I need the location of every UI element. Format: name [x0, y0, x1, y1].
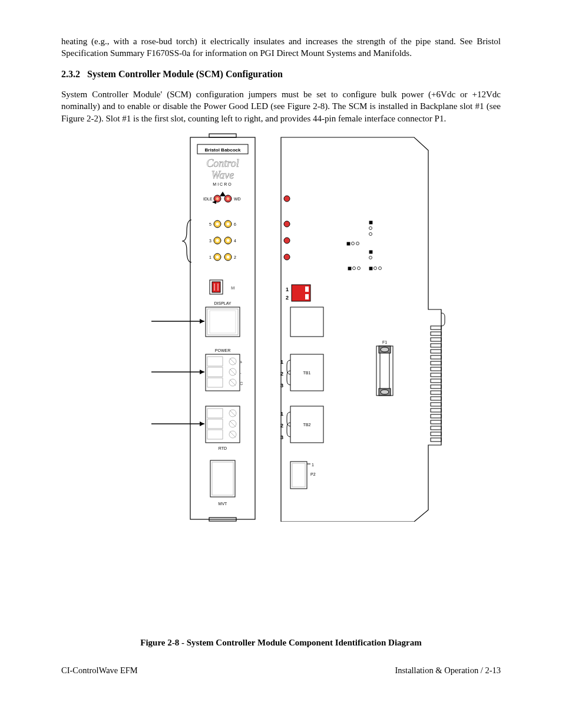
svg-point-82 — [284, 238, 290, 243]
svg-rect-27 — [207, 309, 238, 335]
pcb-group: 1 2 F1 1 2 3 TB1 1 2 — [280, 137, 445, 522]
svg-rect-111 — [290, 462, 307, 489]
power-label: POWER — [215, 348, 230, 353]
svg-rect-1 — [209, 134, 236, 137]
tb1-pin1: 1 — [280, 359, 283, 365]
svg-rect-78 — [431, 432, 441, 436]
intro-paragraph: heating (e.g., with a rose-bud torch) it… — [61, 35, 501, 60]
svg-point-89 — [356, 242, 359, 245]
tb1-pin2: 2 — [280, 371, 283, 377]
led1-label: 1 — [209, 255, 211, 259]
mvt-label: MVT — [219, 502, 228, 506]
svg-marker-57 — [200, 421, 204, 426]
svg-rect-87 — [347, 242, 350, 245]
svg-point-94 — [358, 266, 361, 269]
svg-point-15 — [216, 239, 219, 242]
svg-point-17 — [227, 239, 230, 242]
status-leds: 5 6 3 4 1 2 — [209, 220, 236, 261]
svg-rect-75 — [431, 414, 441, 418]
figure-container: Bristol Babcock Control Wave MICRO IDLE … — [61, 133, 501, 525]
svg-rect-64 — [431, 350, 441, 353]
svg-rect-58 — [210, 460, 235, 497]
m-label: M — [231, 285, 235, 291]
svg-rect-112 — [292, 463, 305, 487]
svg-point-88 — [352, 242, 355, 245]
svg-line-38 — [230, 369, 236, 375]
jumper-2: 2 — [286, 295, 289, 301]
svg-rect-60 — [431, 326, 441, 330]
scm-diagram: Bristol Babcock Control Wave MICRO IDLE … — [116, 133, 446, 522]
svg-line-52 — [230, 421, 236, 427]
svg-rect-70 — [431, 385, 441, 388]
svg-rect-59 — [212, 462, 233, 495]
tb1-label: TB1 — [303, 371, 311, 375]
led3-label: 3 — [209, 239, 211, 243]
footer-right: Installation & Operation / 2-13 — [395, 665, 501, 677]
svg-point-19 — [216, 255, 219, 258]
svg-marker-30 — [200, 319, 204, 324]
svg-point-85 — [369, 226, 372, 229]
svg-rect-73 — [431, 403, 441, 406]
jumper-1: 1 — [286, 286, 289, 292]
brand-text: Bristol Babcock — [205, 147, 241, 153]
svg-rect-68 — [431, 373, 441, 377]
svg-point-83 — [284, 254, 290, 260]
svg-rect-100 — [305, 294, 309, 299]
svg-point-13 — [227, 222, 230, 225]
svg-point-21 — [227, 255, 230, 258]
svg-rect-66 — [431, 361, 441, 365]
svg-rect-72 — [431, 397, 441, 400]
svg-rect-23 — [212, 282, 220, 292]
tb2-pin3: 3 — [280, 434, 283, 440]
svg-text:-: - — [240, 371, 242, 375]
svg-point-86 — [369, 232, 372, 235]
svg-rect-53 — [207, 430, 223, 439]
wd-label: WD — [234, 197, 241, 201]
svg-rect-50 — [207, 419, 223, 429]
svg-rect-61 — [431, 332, 441, 335]
body-paragraph: System Controller Module' (SCM) configur… — [61, 88, 501, 124]
svg-rect-32 — [207, 357, 223, 366]
svg-point-5 — [216, 197, 219, 200]
svg-rect-74 — [431, 409, 441, 412]
svg-rect-67 — [431, 367, 441, 371]
svg-text:+: + — [240, 360, 242, 364]
section-title: System Controller Module (SCM) Configura… — [87, 69, 283, 79]
svg-point-108 — [381, 390, 389, 394]
svg-marker-8 — [220, 192, 226, 196]
svg-rect-102 — [376, 346, 393, 396]
svg-rect-92 — [348, 267, 351, 270]
svg-point-81 — [284, 221, 290, 227]
svg-rect-77 — [431, 426, 441, 430]
svg-line-49 — [230, 410, 236, 416]
display-label: DISPLAY — [214, 301, 231, 305]
led5-label: 5 — [209, 222, 211, 226]
fuse-label: F1 — [382, 340, 387, 344]
p2-label: P2 — [310, 472, 316, 476]
svg-rect-40 — [207, 378, 223, 387]
tb2-label: TB2 — [303, 423, 311, 427]
svg-rect-62 — [431, 338, 441, 341]
svg-point-96 — [374, 266, 377, 269]
led4-label: 4 — [234, 239, 236, 243]
section-heading: 2.3.2 System Controller Module (SCM) Con… — [61, 68, 501, 81]
svg-rect-79 — [431, 438, 441, 442]
figure-caption: Figure 2-8 - System Controller Module Co… — [61, 637, 501, 648]
svg-rect-63 — [431, 344, 441, 347]
page-footer: CI-ControlWave EFM Installation & Operat… — [61, 665, 501, 677]
svg-rect-47 — [207, 409, 223, 418]
svg-point-104 — [381, 347, 389, 352]
section-number: 2.3.2 — [61, 68, 80, 81]
svg-marker-9 — [212, 200, 216, 204]
logo-control: Control — [206, 157, 239, 169]
svg-point-93 — [353, 266, 356, 269]
svg-rect-28 — [210, 311, 236, 333]
logo-micro: MICRO — [213, 182, 232, 186]
led6-label: 6 — [234, 222, 236, 226]
svg-rect-76 — [431, 420, 441, 424]
footer-left: CI-ControlWave EFM — [61, 665, 138, 677]
led2-label: 2 — [234, 255, 236, 259]
svg-point-7 — [227, 197, 230, 200]
svg-rect-95 — [369, 267, 372, 270]
svg-point-11 — [216, 222, 219, 225]
